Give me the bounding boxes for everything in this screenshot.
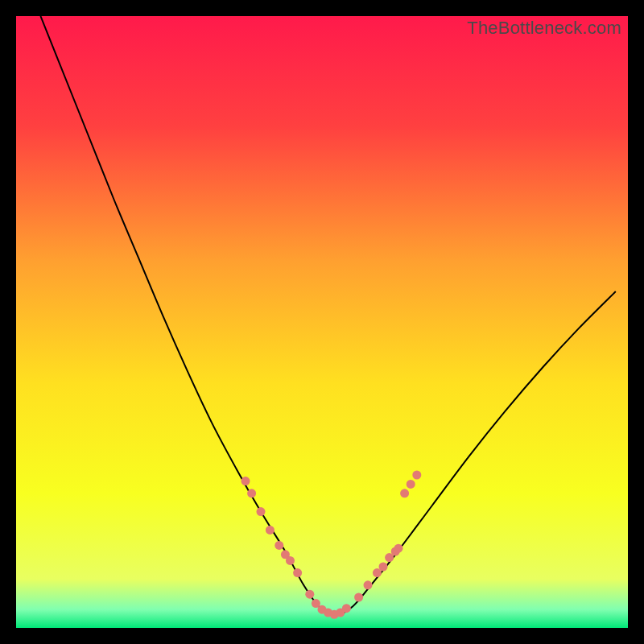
curve-dot — [354, 593, 363, 602]
gradient-background — [16, 16, 628, 628]
curve-dot — [412, 471, 421, 480]
curve-dot — [242, 477, 250, 485]
curve-dot — [364, 580, 373, 589]
curve-dot — [266, 526, 275, 535]
curve-dot — [305, 590, 314, 599]
watermark-text: TheBottleneck.com — [467, 18, 621, 39]
curve-dot — [407, 480, 415, 489]
curve-dot — [293, 568, 302, 577]
curve-dot — [257, 507, 266, 516]
curve-dot — [394, 544, 403, 553]
chart-svg — [16, 16, 628, 628]
curve-dot — [247, 489, 256, 497]
curve-dot — [342, 604, 351, 613]
chart-frame: TheBottleneck.com — [16, 16, 628, 628]
curve-dot — [286, 556, 295, 565]
curve-dot — [379, 563, 388, 572]
curve-dot — [400, 489, 409, 497]
curve-dot — [275, 541, 283, 550]
